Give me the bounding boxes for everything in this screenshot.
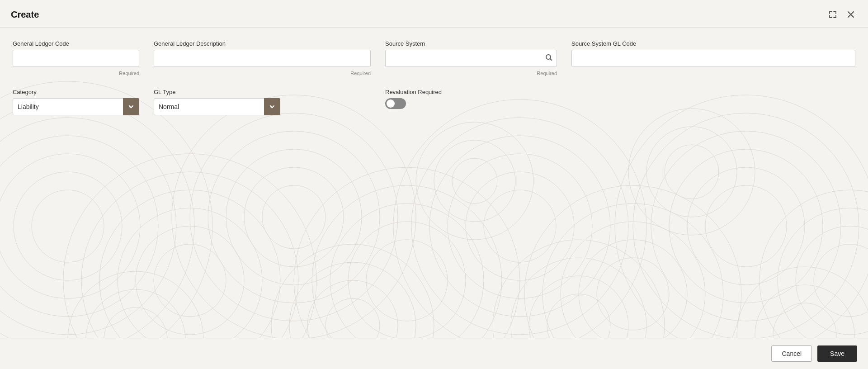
- close-button[interactable]: [844, 8, 857, 21]
- form-row-2: Category Liability Asset Equity Revenue …: [13, 89, 855, 115]
- gl-code-hint: Required: [13, 71, 139, 76]
- category-label: Category: [13, 89, 139, 95]
- form-row-1: General Ledger Code Required General Led…: [13, 40, 855, 76]
- gl-code-input[interactable]: [13, 50, 139, 67]
- cancel-button[interactable]: Cancel: [771, 345, 812, 362]
- source-system-group: Source System Required: [385, 40, 557, 76]
- source-system-input-wrapper: [385, 50, 557, 67]
- source-system-input[interactable]: [385, 50, 557, 67]
- gl-type-label: GL Type: [154, 89, 371, 95]
- toggle-slider: [385, 98, 406, 109]
- save-button[interactable]: Save: [817, 345, 857, 362]
- revaluation-toggle[interactable]: [385, 98, 406, 109]
- category-select-wrapper: Liability Asset Equity Revenue Expense: [13, 98, 139, 115]
- source-system-label: Source System: [385, 40, 557, 47]
- modal-content: General Ledger Code Required General Led…: [0, 28, 868, 338]
- header-actions: [826, 8, 857, 21]
- revaluation-group: Revaluation Required: [385, 89, 442, 115]
- revaluation-label: Revaluation Required: [385, 89, 442, 95]
- gl-type-select[interactable]: Normal Control Memo: [154, 98, 280, 115]
- gl-type-select-wrapper: Normal Control Memo: [154, 98, 280, 115]
- source-system-hint: Required: [385, 71, 557, 76]
- gl-code-label: General Ledger Code: [13, 40, 139, 47]
- modal-header: Create: [0, 0, 868, 28]
- gl-description-label: General Ledger Description: [154, 40, 371, 47]
- gl-type-group: GL Type Normal Control Memo: [154, 89, 371, 115]
- source-gl-code-input[interactable]: [571, 50, 855, 67]
- source-gl-code-group: Source System GL Code: [571, 40, 855, 76]
- gl-description-group: General Ledger Description Required: [154, 40, 371, 76]
- modal-footer: Cancel Save: [0, 338, 868, 369]
- source-gl-code-label: Source System GL Code: [571, 40, 855, 47]
- gl-code-group: General Ledger Code Required: [13, 40, 139, 76]
- create-modal: .ring { fill: none; stroke: #c8c0b8; str…: [0, 0, 868, 369]
- gl-description-hint: Required: [154, 71, 371, 76]
- category-group: Category Liability Asset Equity Revenue …: [13, 89, 139, 115]
- expand-button[interactable]: [826, 8, 839, 21]
- gl-description-input[interactable]: [154, 50, 371, 67]
- category-select[interactable]: Liability Asset Equity Revenue Expense: [13, 98, 139, 115]
- modal-title: Create: [11, 9, 39, 20]
